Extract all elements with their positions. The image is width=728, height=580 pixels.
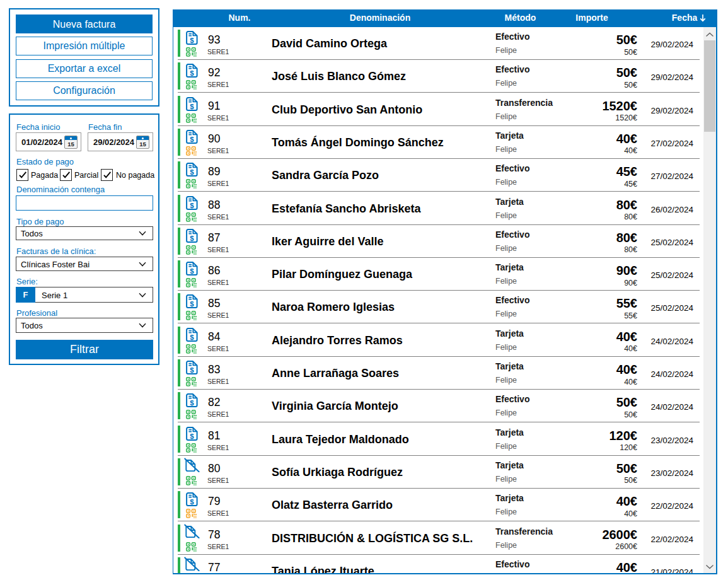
svg-text:$: $ xyxy=(190,432,194,439)
svg-text:$: $ xyxy=(190,333,194,340)
svg-text:$: $ xyxy=(190,136,194,143)
svg-text:$: $ xyxy=(190,399,194,407)
svg-text:$: $ xyxy=(190,498,194,506)
svg-text:$: $ xyxy=(190,168,194,176)
svg-text:$: $ xyxy=(190,366,194,374)
svg-text:$: $ xyxy=(190,37,194,44)
svg-text:$: $ xyxy=(190,102,194,110)
svg-text:$: $ xyxy=(190,300,194,308)
svg-text:$: $ xyxy=(190,69,194,77)
svg-text:$: $ xyxy=(190,235,194,242)
svg-text:$: $ xyxy=(190,267,194,275)
svg-text:$: $ xyxy=(190,201,194,209)
